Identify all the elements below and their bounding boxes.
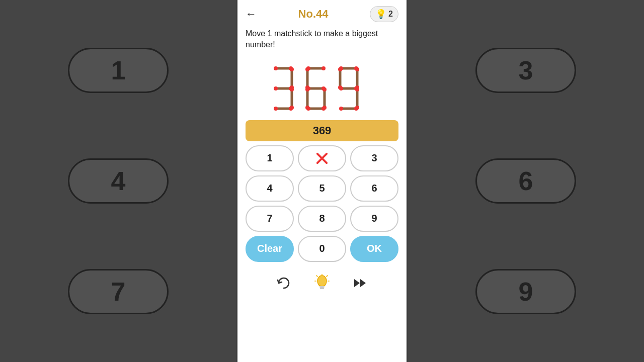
bg-btn-9: 9 [475, 269, 576, 314]
delete-x-icon [314, 150, 330, 166]
bg-btn-1: 1 [68, 48, 169, 93]
svg-point-47 [355, 67, 359, 71]
bg-left-panel: 1 4 7 [0, 0, 236, 362]
key-ok[interactable]: OK [350, 236, 398, 262]
svg-point-32 [323, 106, 327, 110]
svg-point-29 [305, 87, 309, 92]
svg-point-30 [305, 106, 309, 110]
svg-point-5 [274, 66, 278, 70]
svg-point-45 [338, 67, 342, 71]
puzzle-number: No.44 [298, 8, 329, 21]
svg-marker-60 [360, 279, 366, 287]
matchstick-svg [267, 61, 377, 116]
matchstick-display [237, 56, 407, 116]
redo-button[interactable] [273, 272, 295, 294]
svg-point-46 [338, 85, 342, 89]
answer-display: 369 [246, 120, 398, 141]
screen-wrapper: 1 4 7 ← No.44 💡 2 Move 1 matchstick to m… [0, 0, 644, 362]
hint-count: 2 [388, 10, 393, 19]
key-delete[interactable] [298, 145, 346, 171]
key-3[interactable]: 3 [350, 145, 398, 171]
svg-line-55 [316, 276, 317, 277]
svg-point-7 [274, 86, 278, 90]
svg-point-31 [323, 87, 327, 92]
skip-icon [352, 275, 368, 291]
key-1[interactable]: 1 [246, 145, 294, 171]
bg-btn-6: 6 [475, 158, 576, 204]
svg-point-51 [317, 276, 327, 287]
svg-marker-59 [354, 279, 360, 287]
svg-point-27 [305, 67, 309, 71]
svg-point-9 [274, 107, 278, 111]
keypad: 1 3 4 5 6 7 8 9 Clear 0 OK [246, 145, 398, 262]
bg-right-panel: 3 6 9 [408, 0, 644, 362]
instruction-text: Move 1 matchstick to make a biggest numb… [237, 26, 407, 56]
key-clear[interactable]: Clear [246, 236, 294, 262]
svg-point-43 [339, 107, 343, 111]
key-7[interactable]: 7 [246, 206, 294, 232]
svg-rect-52 [319, 286, 325, 288]
svg-point-22 [321, 66, 326, 70]
key-0[interactable]: 0 [298, 236, 346, 262]
back-button[interactable]: ← [246, 8, 257, 21]
svg-line-56 [327, 276, 328, 277]
hint-badge[interactable]: 💡 2 [370, 6, 398, 22]
svg-rect-53 [320, 288, 324, 289]
hint-bulb-icon: 💡 [375, 9, 386, 20]
bg-btn-3: 3 [475, 48, 576, 93]
svg-point-49 [355, 87, 359, 92]
key-9[interactable]: 9 [350, 206, 398, 232]
svg-point-11 [290, 67, 294, 71]
bottom-toolbar [273, 272, 371, 304]
key-4[interactable]: 4 [246, 175, 294, 202]
bg-btn-4: 4 [68, 158, 169, 204]
hint-button[interactable] [311, 272, 333, 294]
svg-point-14 [290, 106, 294, 110]
main-panel: ← No.44 💡 2 Move 1 matchstick to make a … [236, 0, 408, 362]
header: ← No.44 💡 2 [237, 0, 407, 26]
svg-point-13 [290, 87, 294, 92]
hint-bulb-icon [314, 274, 330, 292]
skip-button[interactable] [349, 272, 371, 294]
redo-icon [276, 275, 292, 291]
key-6[interactable]: 6 [350, 175, 398, 202]
key-8[interactable]: 8 [298, 206, 346, 232]
bg-btn-7: 7 [68, 269, 169, 314]
key-5[interactable]: 5 [298, 175, 346, 202]
svg-point-50 [355, 106, 359, 110]
